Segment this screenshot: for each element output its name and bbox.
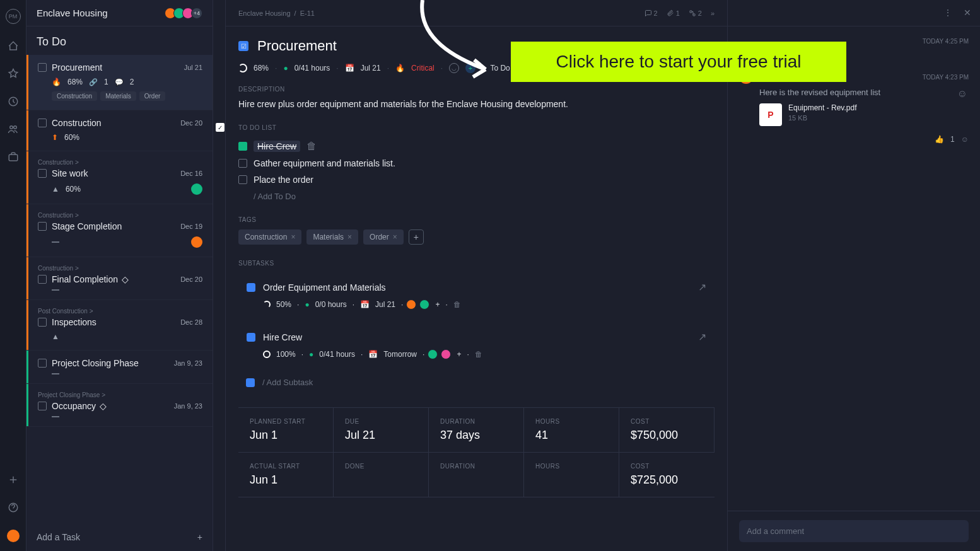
task-checkbox[interactable]	[38, 275, 47, 284]
breadcrumb[interactable]: Enclave Housing/E-11	[238, 9, 315, 17]
task-checkbox[interactable]	[38, 359, 47, 368]
clock-icon[interactable]	[8, 96, 19, 107]
expand-icon[interactable]: »	[711, 9, 715, 17]
remove-tag-icon[interactable]: ×	[393, 233, 397, 241]
app-logo[interactable]: PM	[6, 9, 21, 24]
remove-tag-icon[interactable]: ×	[291, 233, 295, 241]
link-icon: 🔗	[89, 78, 98, 86]
open-icon[interactable]: ↗	[698, 281, 706, 293]
subtask-icon	[247, 333, 255, 342]
todo-item[interactable]: Gather equipment and materials list.	[238, 155, 715, 171]
subtask-item[interactable]: Hire Crew↗ 100%·●0/41 hours·📅Tomorrow·+·…	[238, 323, 715, 368]
comments-count[interactable]: 2	[645, 9, 658, 17]
stat-due: DUEJul 21	[334, 408, 429, 453]
add-tag-button[interactable]: +	[409, 229, 424, 245]
todo-list: Hire Crew🗑 Gather equipment and material…	[238, 137, 715, 201]
reactions[interactable]: 👍1 ☺	[739, 135, 969, 144]
dash-icon	[52, 241, 59, 243]
add-subtask-button[interactable]: / Add Subtask	[238, 373, 715, 392]
todo-checkbox[interactable]	[238, 175, 247, 184]
todo-item[interactable]: Place the order	[238, 171, 715, 188]
task-tags: ConstructionMaterialsOrder	[52, 91, 202, 101]
trash-icon[interactable]: 🗑	[306, 141, 317, 152]
attachment[interactable]: P Equipment - Rev.pdf 15 KB	[759, 103, 969, 126]
progress-ring-icon	[263, 351, 271, 358]
plus-icon[interactable]	[8, 474, 19, 485]
description-text[interactable]: Hire crew plus order equipment and mater…	[238, 99, 715, 109]
task-checkbox[interactable]	[38, 119, 47, 127]
task-checkbox[interactable]	[38, 402, 47, 410]
close-icon[interactable]: ✕	[964, 8, 971, 18]
assignee-avatar[interactable]	[191, 183, 202, 195]
todo-item[interactable]: Hire Crew🗑	[238, 137, 715, 155]
add-todo-button[interactable]: / Add To Do	[254, 192, 715, 201]
task-card-site-work[interactable]: Construction > Site workDec 16 ▲60%	[26, 151, 213, 204]
trash-icon[interactable]: 🗑	[475, 350, 482, 359]
dash-icon	[52, 289, 59, 291]
arrow-annotation	[404, 0, 511, 85]
briefcase-icon[interactable]	[8, 151, 19, 163]
window-controls: ⋮ ✕	[943, 8, 971, 18]
stat-duration: DURATION37 days	[429, 408, 524, 453]
remove-tag-icon[interactable]: ×	[347, 233, 352, 241]
progress-icon: ▲	[52, 185, 59, 194]
tag-chip[interactable]: Order×	[363, 229, 404, 245]
add-assignee-button[interactable]: +	[457, 350, 461, 359]
dash-icon	[52, 416, 59, 417]
subtasks-label: SUBTASKS	[238, 260, 715, 267]
task-checkbox[interactable]	[38, 318, 47, 327]
task-card-final-completion[interactable]: Construction > Final Completion ◇Dec 20	[26, 257, 213, 300]
tags-label: TAGS	[238, 216, 715, 223]
project-header: Enclave Housing +4	[26, 0, 213, 26]
svg-point-2	[13, 126, 16, 129]
comments-panel: TODAY 4:25 PM ☺ Joe Johnson TODAY 4:23 P…	[728, 0, 980, 551]
progress-ring-icon	[238, 64, 247, 72]
open-icon[interactable]: ↗	[698, 331, 706, 343]
comment-input[interactable]	[739, 520, 969, 542]
task-card-construction[interactable]: ConstructionDec 20 ⬆60%	[26, 110, 213, 151]
task-panel: Enclave Housing +4 To Do ProcurementJul …	[26, 0, 213, 551]
home-icon[interactable]	[8, 40, 19, 52]
comment-composer	[728, 511, 980, 551]
user-avatar[interactable]	[7, 530, 20, 542]
add-assignee-button[interactable]: +	[435, 300, 440, 309]
svg-point-1	[9, 126, 13, 129]
tag-chip[interactable]: Construction×	[238, 229, 301, 245]
project-avatars[interactable]: +4	[167, 8, 202, 19]
tag-chip[interactable]: Materials×	[306, 229, 358, 245]
activity-icon[interactable]	[8, 68, 19, 79]
task-checkbox[interactable]	[38, 169, 47, 178]
task-card-project-closing[interactable]: Project Closing PhaseJan 9, 23	[26, 351, 213, 384]
fire-icon: 🔥	[52, 78, 61, 86]
thumbs-up-icon[interactable]: 👍	[935, 135, 944, 144]
svg-rect-3	[9, 154, 18, 161]
assignee-avatar[interactable]	[191, 236, 202, 248]
todo-checkbox[interactable]	[238, 159, 247, 168]
subtask-item[interactable]: Order Equipment and Materials↗ 50%·●0/0 …	[238, 273, 715, 318]
emoji-icon[interactable]: ☺	[957, 88, 967, 100]
task-card-procurement[interactable]: ProcurementJul 21 🔥68%🔗1💬2 ConstructionM…	[26, 55, 213, 110]
plus-icon: +	[197, 532, 202, 542]
emoji-icon[interactable]: ☺	[961, 135, 969, 144]
task-checkbox[interactable]	[38, 63, 47, 72]
task-card-occupancy[interactable]: Project Closing Phase > Occupancy ◇Jan 9…	[26, 384, 213, 427]
trash-icon[interactable]: 🗑	[453, 300, 461, 309]
people-icon[interactable]	[8, 124, 19, 135]
pdf-icon: P	[759, 103, 782, 126]
attachments-count[interactable]: 1	[667, 9, 680, 17]
stat-actual-start: ACTUAL STARTJun 1	[238, 453, 334, 497]
comment-icon: 💬	[115, 78, 124, 86]
add-task-button[interactable]: Add a Task +	[26, 523, 213, 551]
more-icon[interactable]: ⋮	[943, 8, 952, 18]
task-checkbox[interactable]	[38, 222, 47, 231]
task-card-stage-completion[interactable]: Construction > Stage CompletionDec 19	[26, 204, 213, 257]
description-label: DESCRIPTION	[238, 86, 715, 93]
diamond-icon: ◇	[122, 274, 129, 284]
subtasks-list: Order Equipment and Materials↗ 50%·●0/0 …	[238, 273, 715, 392]
task-card-inspections[interactable]: Post Construction > InspectionsDec 28 ▲	[26, 300, 213, 351]
todo-checkbox[interactable]	[238, 142, 247, 151]
help-icon[interactable]	[8, 502, 19, 513]
cta-banner[interactable]: Click here to start your free trial	[511, 42, 846, 82]
stat-cost: COST$750,000	[619, 408, 715, 453]
subtasks-count[interactable]: 2	[689, 9, 702, 17]
